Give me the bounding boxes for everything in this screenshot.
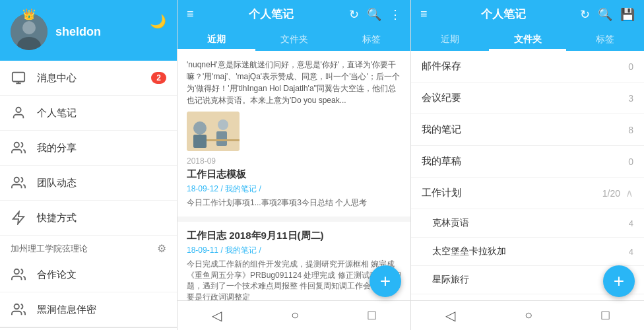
subfolder-item-starwars[interactable]: 星球大战 9 xyxy=(411,294,644,300)
right-tab-recent[interactable]: 近期 xyxy=(411,28,489,51)
mid-recents-button[interactable]: □ xyxy=(368,308,376,323)
team-icon xyxy=(11,175,26,191)
info-label: 黑洞信息伴密 xyxy=(37,304,166,316)
note-title: 工作日志 2018年9月11日(周二) xyxy=(187,230,401,242)
sidebar-item-info[interactable]: 黑洞信息伴密 xyxy=(0,292,177,327)
svg-point-13 xyxy=(218,119,228,130)
folder-count-mynotes: 8 xyxy=(628,125,633,135)
settings-icon[interactable]: ⚙ xyxy=(157,242,166,255)
section-label: 加州理工学院弦理论 xyxy=(11,243,88,255)
sidebar-item-notes[interactable]: 个人笔记 xyxy=(0,96,177,131)
list-item[interactable]: 'nuqneH'意是际迷航迷们问好，意思是'你好'，直译为'你要干嘛？'用'ma… xyxy=(177,51,410,216)
folder-count-meeting: 3 xyxy=(628,93,633,104)
right-back-button[interactable]: ◁ xyxy=(445,308,455,323)
svg-point-1 xyxy=(22,21,36,34)
sidebar-item-papers[interactable]: 合作论文 xyxy=(0,257,177,292)
mid-back-button[interactable]: ◁ xyxy=(212,308,222,323)
shortcuts-icon xyxy=(11,210,26,226)
info-icon xyxy=(11,302,26,317)
right-panel: ≡ 个人笔记 ↻ 🔍 💾 近期 文件夹 标签 邮件保存 0 会议纪要 3 xyxy=(410,0,644,330)
folder-count-plan: 1/20 xyxy=(602,188,620,199)
messages-icon xyxy=(11,70,26,86)
messages-badge: 2 xyxy=(151,72,166,84)
papers-icon xyxy=(11,267,26,282)
svg-point-8 xyxy=(15,269,19,274)
tab-folders[interactable]: 文件夹 xyxy=(255,28,333,51)
right-search-icon[interactable]: 🔍 xyxy=(598,7,612,22)
sidebar-item-shortcuts[interactable]: 快捷方式 xyxy=(0,201,177,236)
subfolder-item-klingon[interactable]: 克林贡语 4 xyxy=(411,209,644,238)
subfolder-name-klingon: 克林贡语 xyxy=(432,217,629,229)
mid-search-icon[interactable]: 🔍 xyxy=(367,7,381,22)
folder-list: 邮件保存 0 会议纪要 3 我的笔记 8 我的草稿 0 工作计划 1/20 xyxy=(411,51,644,300)
notes-icon xyxy=(11,105,26,121)
mid-home-button[interactable]: ○ xyxy=(291,308,299,323)
right-save-icon[interactable]: 💾 xyxy=(620,7,635,22)
mid-more-icon[interactable]: ⋮ xyxy=(389,7,401,22)
sidebar-item-messages[interactable]: 消息中心 2 xyxy=(0,61,177,96)
notes-label: 个人笔记 xyxy=(37,107,166,119)
mid-content-area: 'nuqneH'意是际迷航迷们问好，意思是'你好'，直译为'你要干嘛？'用'ma… xyxy=(177,51,410,300)
mid-menu-icon[interactable]: ≡ xyxy=(187,7,194,21)
folder-item-draft[interactable]: 我的草稿 0 xyxy=(411,146,644,178)
chevron-up-icon: ∧ xyxy=(626,187,633,199)
messages-label: 消息中心 xyxy=(37,72,141,84)
add-folder-button[interactable]: + xyxy=(603,265,635,297)
subfolder-name-tatooine: 太空堡垒卡拉狄加 xyxy=(432,246,629,257)
avatar[interactable]: 👑 xyxy=(11,13,48,50)
mid-nav-bar: ◁ ○ □ xyxy=(177,300,410,330)
folder-item-meeting[interactable]: 会议纪要 3 xyxy=(411,82,644,114)
note-path-label: / 我的笔记 / xyxy=(220,184,261,193)
share-label: 我的分享 xyxy=(37,142,166,154)
subfolder-item-tatooine[interactable]: 太空堡垒卡拉狄加 4 xyxy=(411,238,644,266)
subfolder-name-startravel: 星际旅行 xyxy=(432,274,629,286)
mid-title: 个人笔记 xyxy=(202,7,341,22)
mid-panel: ≡ 个人笔记 ↻ 🔍 ⋮ 近期 文件夹 标签 'nuqneH'意是际迷航迷们问好… xyxy=(177,0,410,330)
folder-item-email[interactable]: 邮件保存 0 xyxy=(411,51,644,82)
mid-content-wrapper: 'nuqneH'意是际迷航迷们问好，意思是'你好'，直译为'你要干嘛？'用'ma… xyxy=(177,51,410,330)
svg-rect-15 xyxy=(207,139,240,141)
folder-count-draft: 0 xyxy=(628,156,633,167)
note-path-label: / 我的笔记 / xyxy=(220,246,261,255)
note-text: 'nuqneH'意是际迷航迷们问好，意思是'你好'，直译为'你要干嘛？'用'ma… xyxy=(187,59,401,106)
section-divider: 加州理工学院弦理论 ⚙ xyxy=(0,236,177,257)
svg-rect-14 xyxy=(216,131,227,146)
right-title: 个人笔记 xyxy=(435,7,572,22)
note-date-label: 18-09-12 xyxy=(187,184,218,193)
right-home-button[interactable]: ○ xyxy=(525,308,532,323)
right-header: ≡ 个人笔记 ↻ 🔍 💾 xyxy=(411,0,644,28)
mid-refresh-icon[interactable]: ↻ xyxy=(349,7,359,22)
crown-icon: 👑 xyxy=(22,8,36,20)
tab-tags[interactable]: 标签 xyxy=(333,28,410,51)
add-note-button[interactable]: + xyxy=(370,265,401,297)
team-label: 团队动态 xyxy=(37,177,166,189)
right-content-wrapper: 邮件保存 0 会议纪要 3 我的笔记 8 我的草稿 0 工作计划 1/20 xyxy=(411,51,644,330)
tab-recent[interactable]: 近期 xyxy=(177,28,255,51)
sidebar-item-share[interactable]: 我的分享 xyxy=(0,131,177,166)
svg-marker-7 xyxy=(13,212,24,224)
username: sheldon xyxy=(55,25,101,39)
right-menu-icon[interactable]: ≡ xyxy=(420,7,428,21)
left-nav-bar: ◁ ○ □ xyxy=(0,327,177,330)
right-tab-tags[interactable]: 标签 xyxy=(566,28,644,51)
sidebar-header: 👑 sheldon 🌙 xyxy=(0,0,177,61)
right-tab-folders[interactable]: 文件夹 xyxy=(489,28,567,51)
right-refresh-icon[interactable]: ↻ xyxy=(580,7,590,22)
note-path: 18-09-12 / 我的笔记 / xyxy=(187,183,401,195)
folder-name-draft: 我的草稿 xyxy=(422,155,628,168)
mid-tab-bar: 近期 文件夹 标签 xyxy=(177,28,410,51)
folder-item-plan[interactable]: 工作计划 1/20 ∧ xyxy=(411,178,644,209)
note-date: 2018-09 xyxy=(187,156,401,166)
svg-point-9 xyxy=(15,304,19,309)
folder-name-plan: 工作计划 xyxy=(422,187,602,199)
folder-count-email: 0 xyxy=(628,61,633,72)
papers-label: 合作论文 xyxy=(37,269,166,281)
sidebar-menu: 消息中心 2 个人笔记 我的分享 xyxy=(0,61,177,327)
right-recents-button[interactable]: □ xyxy=(602,308,610,323)
shortcuts-label: 快捷方式 xyxy=(37,212,166,224)
mid-header: ≡ 个人笔记 ↻ 🔍 ⋮ xyxy=(177,0,410,28)
sidebar-item-team[interactable]: 团队动态 xyxy=(0,166,177,201)
folder-item-mynotes[interactable]: 我的笔记 8 xyxy=(411,114,644,146)
subfolder-count-klingon: 4 xyxy=(629,218,633,228)
svg-rect-3 xyxy=(13,73,24,82)
